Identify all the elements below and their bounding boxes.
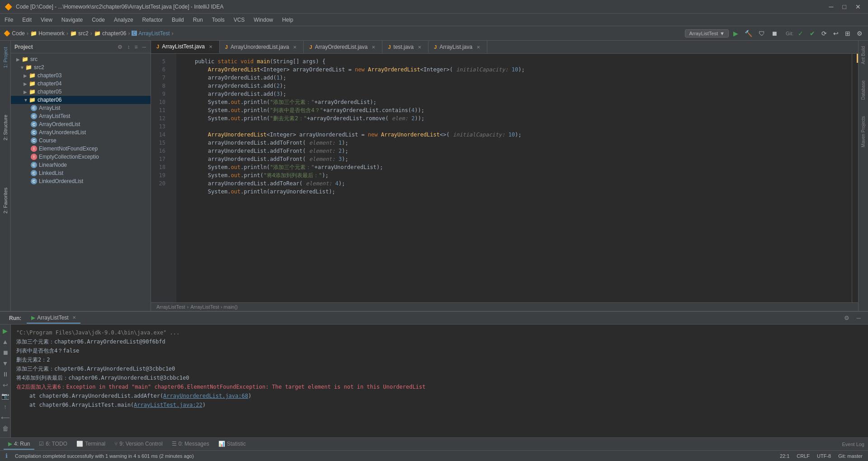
menu-item-navigate[interactable]: Navigate <box>57 15 87 25</box>
java-icon-tab3: J <box>309 44 312 50</box>
git-diff-button[interactable]: ⊞ <box>843 29 852 38</box>
minimize-button[interactable]: ─ <box>826 2 836 11</box>
tab-close-test[interactable]: ✕ <box>416 44 423 50</box>
menu-item-tools[interactable]: Tools <box>208 15 229 25</box>
stop-button[interactable]: ⏹ <box>769 29 779 38</box>
tool-tab-terminal[interactable]: ⬜ Terminal <box>72 439 110 450</box>
tree-item-linkedorderedlist[interactable]: C LinkedOrderedList <box>11 177 151 185</box>
menu-item-code[interactable]: Code <box>87 15 109 25</box>
tree-item-linkedlist[interactable]: C LinkedList <box>11 169 151 177</box>
tree-item-arrayorderedlist[interactable]: C ArrayOrderedList <box>11 120 151 128</box>
tree-item-src2[interactable]: ▼ 📁 src2 <box>11 63 151 71</box>
breadcrumb-homework[interactable]: 📁 Homework <box>30 30 65 37</box>
run-config-selector[interactable]: ArrayListTest ▼ <box>685 29 728 38</box>
tree-item-chapter06[interactable]: ▼ 📁 chapter06 <box>11 96 151 104</box>
project-sort-button[interactable]: ↕ <box>126 43 131 51</box>
file-encoding[interactable]: UTF-8 <box>817 453 831 459</box>
compare-button[interactable]: ⟵ <box>0 413 11 422</box>
sidebar-tab-structure[interactable]: 2: Structure <box>1 110 10 145</box>
settings-button[interactable]: ⚙ <box>855 29 864 38</box>
event-log-link[interactable]: Event Log <box>842 442 864 447</box>
breadcrumb-code[interactable]: 🔶 Code <box>4 30 25 37</box>
clear-button[interactable]: 🗑 <box>1 424 9 433</box>
tree-item-src[interactable]: ▶ 📁 src <box>11 55 151 63</box>
breadcrumb-chapter06[interactable]: 📁 chapter06 <box>94 30 127 37</box>
close-bottom-button[interactable]: ─ <box>853 314 864 322</box>
project-settings-button[interactable]: ⚙ <box>117 43 123 51</box>
git-status[interactable]: Git: master <box>838 453 863 459</box>
scrollbar-track[interactable] <box>852 54 858 302</box>
tool-tab-messages[interactable]: ☰ 0: Messages <box>167 439 214 450</box>
tree-item-emptycollection[interactable]: ! EmptyCollectionExceptio <box>11 153 151 161</box>
tree-item-arraylisttest[interactable]: C ArrayListTest <box>11 112 151 120</box>
git-commit-button[interactable]: ✔ <box>808 29 817 38</box>
breadcrumb-arraylisttest[interactable]: 🅲 ArrayListTest <box>132 30 170 37</box>
git-label: Git: <box>786 31 793 36</box>
close-button[interactable]: ✕ <box>853 2 863 11</box>
menu-item-analyze[interactable]: Analyze <box>109 15 138 25</box>
stop-run-button[interactable]: ⏹ <box>1 348 9 357</box>
tool-tab-vcs[interactable]: ⑂ 9: Version Control <box>110 439 167 450</box>
git-revert-button[interactable]: ↩ <box>831 29 840 38</box>
pause-button[interactable]: ⏸ <box>1 370 9 379</box>
coverage-button[interactable]: 🛡 <box>757 29 767 38</box>
project-collapse-button[interactable]: ─ <box>141 43 147 51</box>
scroll-down-button[interactable]: ▼ <box>1 359 9 368</box>
tab-close-arraylisttest[interactable]: ✕ <box>208 44 214 50</box>
tree-item-linearnode[interactable]: C LinearNode <box>11 161 151 169</box>
maven-tab[interactable]: Maven Projects <box>859 113 867 151</box>
right-scrollbar[interactable] <box>852 54 858 302</box>
git-history-button[interactable]: ⟳ <box>820 29 829 38</box>
rerun-button[interactable]: ▶ <box>2 326 9 335</box>
ant-build-tab[interactable]: Ant Build <box>859 42 867 68</box>
tab-test[interactable]: J test.java ✕ <box>382 41 429 53</box>
menu-item-build[interactable]: Build <box>167 15 189 25</box>
menu-item-file[interactable]: File <box>0 15 18 25</box>
wrap-button[interactable]: ↩ <box>2 381 9 390</box>
tree-item-elementnotfound[interactable]: ! ElementNotFoundExcep <box>11 145 151 153</box>
menu-item-run[interactable]: Run <box>189 15 208 25</box>
menu-item-window[interactable]: Window <box>249 15 278 25</box>
tab-arrayorderedlist[interactable]: J ArrayOrderedList.java ✕ <box>304 41 382 53</box>
tree-item-arrayunorderedlist[interactable]: C ArrayUnorderedList <box>11 128 151 136</box>
scroll-up-button[interactable]: ▲ <box>1 337 9 346</box>
run-button[interactable]: ▶ <box>731 29 740 38</box>
tab-arrayunorderedlist[interactable]: J ArrayUnorderedList.java ✕ <box>220 41 304 53</box>
bottom-tab-run[interactable]: ▶ ArrayListTest ✕ <box>27 313 80 324</box>
tree-item-chapter04[interactable]: ▶ 📁 chapter04 <box>11 80 151 88</box>
settings-bottom-button[interactable]: ⚙ <box>840 314 853 322</box>
tab-close-arrayunorderedlist[interactable]: ✕ <box>292 44 298 50</box>
database-tab[interactable]: Database <box>859 77 867 103</box>
menu-item-view[interactable]: View <box>36 15 57 25</box>
tab-close-arrayorderedlist[interactable]: ✕ <box>370 44 377 50</box>
tab-close-arraylist[interactable]: ✕ <box>475 44 481 50</box>
link-arrayunorderedlist[interactable]: ArrayUnorderedList.java:68 <box>163 393 248 399</box>
tool-tab-todo[interactable]: ☑ 6: TODO <box>34 439 72 450</box>
cursor-position[interactable]: 22:1 <box>780 453 789 459</box>
export-button[interactable]: ↑ <box>3 402 8 411</box>
link-arraylisttest[interactable]: ArrayListTest.java:22 <box>134 402 203 408</box>
menu-item-refactor[interactable]: Refactor <box>138 15 167 25</box>
tool-tab-statistic[interactable]: 📊 Statistic <box>214 439 250 450</box>
tree-item-course[interactable]: C Course <box>11 136 151 145</box>
run-tab-close[interactable]: ✕ <box>72 315 76 320</box>
tree-item-chapter03[interactable]: ▶ 📁 chapter03 <box>11 71 151 80</box>
menu-item-vcs[interactable]: VCS <box>229 15 250 25</box>
tree-item-chapter05[interactable]: ▶ 📁 chapter05 <box>11 88 151 96</box>
build-button[interactable]: 🔨 <box>743 29 754 38</box>
tab-arraylisttest[interactable]: J ArrayListTest.java ✕ <box>151 41 220 53</box>
sidebar-tab-favorites[interactable]: 2: Favorites <box>1 183 10 218</box>
menu-item-edit[interactable]: Edit <box>18 15 36 25</box>
code-content[interactable]: public static void main(String[] args) {… <box>176 54 852 302</box>
maximize-button[interactable]: □ <box>840 2 849 11</box>
tab-arraylist[interactable]: J ArrayList.java ✕ <box>429 41 487 53</box>
line-separator[interactable]: CRLF <box>797 453 810 459</box>
git-check-button[interactable]: ✓ <box>796 29 805 38</box>
tree-item-arraylist[interactable]: C ArrayList <box>11 104 151 112</box>
screenshot-button[interactable]: 📷 <box>0 391 10 400</box>
tool-tab-run[interactable]: ▶ 4: Run <box>4 439 34 450</box>
breadcrumb-src2[interactable]: 📁 src2 <box>70 30 89 37</box>
project-gear-button[interactable]: ≡ <box>133 43 138 51</box>
menu-item-help[interactable]: Help <box>278 15 298 25</box>
sidebar-tab-project[interactable]: 1: Project <box>1 42 10 72</box>
